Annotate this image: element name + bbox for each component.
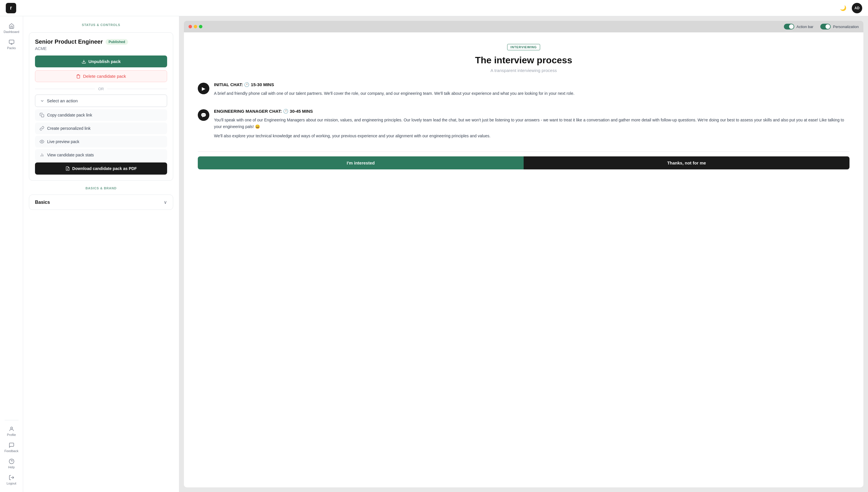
step-1-icon: ▶ xyxy=(198,83,209,94)
main-content: STATUS & CONTROLS Senior Product Enginee… xyxy=(23,16,868,492)
app-logo[interactable]: r xyxy=(6,3,16,13)
bar-chart-icon xyxy=(40,153,44,157)
topbar: r 🌙 AD xyxy=(0,0,868,16)
pack-company: ACME xyxy=(35,46,167,51)
feedback-icon xyxy=(9,442,15,448)
step-1-content: INITIAL CHAT: 🕐 15-30 MINS A brief and f… xyxy=(214,82,849,99)
step-2-icon: 💬 xyxy=(198,109,209,121)
link-icon xyxy=(40,126,44,131)
trash-icon xyxy=(76,74,81,79)
basics-section: Basics ∨ xyxy=(29,195,173,210)
svg-point-9 xyxy=(41,141,43,142)
browser-dots xyxy=(189,25,202,28)
sidebar: Dashboard Packs Profile Feedback Help Lo… xyxy=(0,16,23,492)
personalization-label: Personalization xyxy=(833,25,859,29)
browser-chrome: Action bar Personalization xyxy=(184,21,863,32)
step-2-title: ENGINEERING MANAGER CHAT: 🕐 30-45 MINS xyxy=(214,109,849,114)
pdf-icon xyxy=(65,166,70,171)
svg-point-3 xyxy=(10,427,13,429)
dashboard-label: Dashboard xyxy=(4,30,19,33)
sidebar-item-help[interactable]: Help xyxy=(1,456,22,471)
download-pdf-label: Download candidate pack as PDF xyxy=(72,166,137,171)
select-action-label: Select an action xyxy=(47,98,78,103)
action-bar-toggle[interactable] xyxy=(784,24,794,29)
logout-label: Logout xyxy=(7,482,17,485)
download-pdf-button[interactable]: Download candidate pack as PDF xyxy=(35,163,167,175)
not-interested-button[interactable]: Thanks, not for me xyxy=(524,156,849,169)
svg-point-4 xyxy=(9,459,14,464)
browser-toggles: Action bar Personalization xyxy=(784,24,859,29)
sidebar-item-packs[interactable]: Packs xyxy=(1,37,22,52)
chevron-down-icon xyxy=(40,99,45,103)
create-personalized-link-button[interactable]: Create personalized link xyxy=(35,123,167,134)
avatar[interactable]: AD xyxy=(852,3,862,13)
svg-rect-0 xyxy=(9,40,14,44)
eye-icon xyxy=(40,139,44,144)
copy-icon xyxy=(40,113,44,117)
step-2-text2: We'll also explore your technical knowle… xyxy=(214,133,849,139)
sidebar-item-logout[interactable]: Logout xyxy=(1,472,22,487)
action-bar-label: Action bar xyxy=(797,25,814,29)
step-1-text: A brief and friendly phone call with one… xyxy=(214,90,849,97)
help-icon xyxy=(9,459,15,464)
topbar-right: 🌙 AD xyxy=(838,3,862,13)
preview-actions: I'm interested Thanks, not for me xyxy=(198,151,849,169)
unpublish-button[interactable]: Unpublish pack xyxy=(35,55,167,67)
select-action-button[interactable]: Select an action xyxy=(35,95,167,107)
packs-label: Packs xyxy=(7,46,16,50)
personalized-link-label: Create personalized link xyxy=(47,126,91,131)
browser-dot-close[interactable] xyxy=(189,25,192,28)
copy-link-label: Copy candidate pack link xyxy=(47,113,92,117)
step-1-title: INITIAL CHAT: 🕐 15-30 MINS xyxy=(214,82,849,87)
logout-icon xyxy=(9,475,15,481)
svg-rect-8 xyxy=(41,115,44,117)
step-2-text1: You'll speak with one of our Engineering… xyxy=(214,117,849,130)
dark-mode-toggle[interactable]: 🌙 xyxy=(838,3,848,13)
sidebar-divider xyxy=(5,420,19,420)
basics-header[interactable]: Basics ∨ xyxy=(35,199,167,205)
personalization-toggle-group: Personalization xyxy=(820,24,859,29)
status-controls-title: STATUS & CONTROLS xyxy=(29,23,173,27)
or-divider: OR xyxy=(35,87,167,91)
live-preview-label: Live preview pack xyxy=(47,139,79,144)
browser-dot-minimize[interactable] xyxy=(194,25,197,28)
pack-header: Senior Product Engineer Published ACME U… xyxy=(29,32,173,181)
step-2-content: ENGINEERING MANAGER CHAT: 🕐 30-45 MINS Y… xyxy=(214,109,849,142)
sidebar-item-profile[interactable]: Profile xyxy=(1,424,22,439)
feedback-label: Feedback xyxy=(4,449,18,453)
published-badge: Published xyxy=(105,39,128,45)
view-stats-label: View candidate pack stats xyxy=(47,153,94,157)
step-2: 💬 ENGINEERING MANAGER CHAT: 🕐 30-45 MINS… xyxy=(198,109,849,142)
profile-icon xyxy=(9,426,15,432)
action-bar-toggle-group: Action bar xyxy=(784,24,814,29)
browser-dot-maximize[interactable] xyxy=(199,25,202,28)
pack-title-row: Senior Product Engineer Published xyxy=(35,39,167,45)
basics-brand-title: BASICS & BRAND xyxy=(29,187,173,190)
delete-button[interactable]: Delete candidate pack xyxy=(35,70,167,82)
sidebar-item-dashboard[interactable]: Dashboard xyxy=(1,21,22,36)
sidebar-item-feedback[interactable]: Feedback xyxy=(1,440,22,455)
unpublish-label: Unpublish pack xyxy=(89,59,121,64)
copy-link-button[interactable]: Copy candidate pack link xyxy=(35,109,167,121)
download-icon xyxy=(81,59,86,64)
interview-subtitle: A transparent interviewing process xyxy=(198,68,849,73)
basics-title: Basics xyxy=(35,200,50,205)
live-preview-button[interactable]: Live preview pack xyxy=(35,136,167,147)
im-interested-button[interactable]: I'm interested xyxy=(198,156,524,169)
packs-icon xyxy=(9,39,15,45)
or-text: OR xyxy=(98,87,104,91)
left-panel: STATUS & CONTROLS Senior Product Enginee… xyxy=(23,16,179,492)
profile-label: Profile xyxy=(7,433,16,437)
basics-chevron-icon: ∨ xyxy=(164,199,167,205)
interviewing-tag: INTERVIEWING xyxy=(507,44,540,50)
preview-content: INTERVIEWING The interview process A tra… xyxy=(184,32,863,487)
view-stats-button[interactable]: View candidate pack stats xyxy=(35,149,167,161)
pack-title: Senior Product Engineer xyxy=(35,39,103,45)
personalization-toggle[interactable] xyxy=(820,24,831,29)
interview-title: The interview process xyxy=(198,55,849,66)
delete-label: Delete candidate pack xyxy=(83,74,126,79)
help-label: Help xyxy=(8,465,15,469)
right-panel: Action bar Personalization INTERVIEWING … xyxy=(179,16,868,492)
home-icon xyxy=(9,23,15,29)
step-1: ▶ INITIAL CHAT: 🕐 15-30 MINS A brief and… xyxy=(198,82,849,99)
